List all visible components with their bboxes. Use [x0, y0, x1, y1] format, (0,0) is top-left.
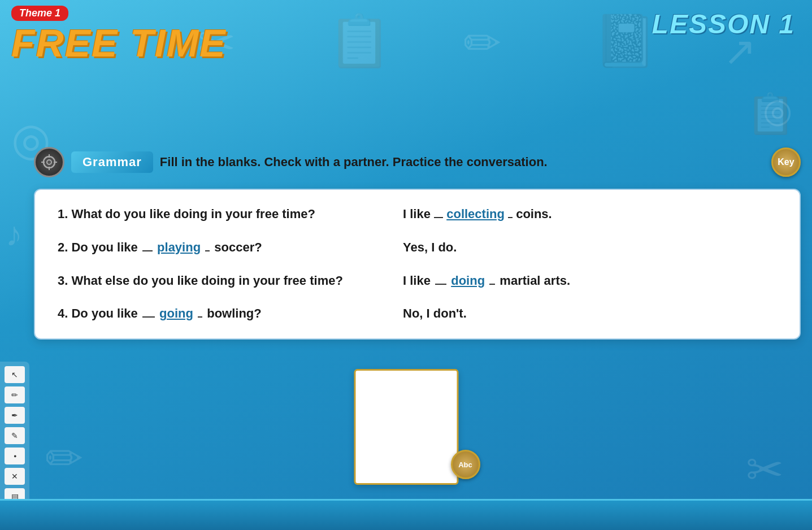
answer-doing: doing — [451, 273, 485, 288]
header: Theme 1 FREE TIME LESSON 1 — [0, 0, 812, 79]
answer-playing: playing — [157, 240, 201, 254]
exercise-box: 1. What do you like doing in your free t… — [34, 189, 801, 340]
exercise-left-4: 4. Do you like going bowling? — [58, 305, 403, 323]
toolbar-eraser[interactable]: ✕ — [5, 468, 25, 485]
grammar-instruction: Fill in the blanks. Check with a partner… — [160, 155, 765, 170]
toolbar-arrow[interactable]: ↖ — [5, 366, 25, 383]
bottom-bar — [0, 499, 812, 530]
toolbar-marker[interactable]: ✎ — [5, 427, 25, 444]
theme-badge: Theme 1 — [11, 6, 68, 21]
exercise-right-3: I like doing martial arts. — [403, 272, 777, 290]
key-button[interactable]: Key — [771, 147, 801, 177]
svg-point-0 — [44, 157, 55, 168]
toolbar-pen[interactable]: ✏ — [5, 386, 25, 403]
exercise-left-2: 2. Do you like playing soccer? — [58, 239, 403, 257]
exercise-left-1: 1. What do you like doing in your free t… — [58, 206, 403, 223]
page-title: FREE TIME — [11, 24, 227, 62]
lesson-badge: LESSON 1 — [652, 8, 795, 40]
grammar-label: Grammar — [71, 151, 153, 173]
title-block: Theme 1 FREE TIME — [11, 6, 227, 62]
exercise-right-2: Yes, I do. — [403, 239, 777, 257]
exercise-row-1: 1. What do you like doing in your free t… — [58, 206, 777, 223]
answer-collecting: collecting — [446, 207, 505, 221]
exercise-row-2: 2. Do you like playing soccer? Yes, I do… — [58, 239, 777, 257]
exercise-left-3: 3. What else do you like doing in your f… — [58, 272, 403, 290]
exercise-right-1: I like collecting coins. — [403, 206, 777, 223]
svg-point-1 — [47, 160, 51, 164]
exercise-row-4: 4. Do you like going bowling? No, I don'… — [58, 305, 777, 323]
grammar-header: Grammar Fill in the blanks. Check with a… — [34, 147, 801, 177]
exercise-right-4: No, I don't. — [403, 305, 777, 323]
answer-going: going — [159, 306, 193, 320]
toolbar-dot[interactable]: ⦁ — [5, 448, 25, 464]
grammar-icon — [34, 147, 64, 177]
bottom-card — [354, 369, 458, 485]
toolbar-pencil[interactable]: ✒ — [5, 407, 25, 424]
abc-button[interactable]: Abc — [451, 450, 480, 479]
exercise-row-3: 3. What else do you like doing in your f… — [58, 272, 777, 290]
